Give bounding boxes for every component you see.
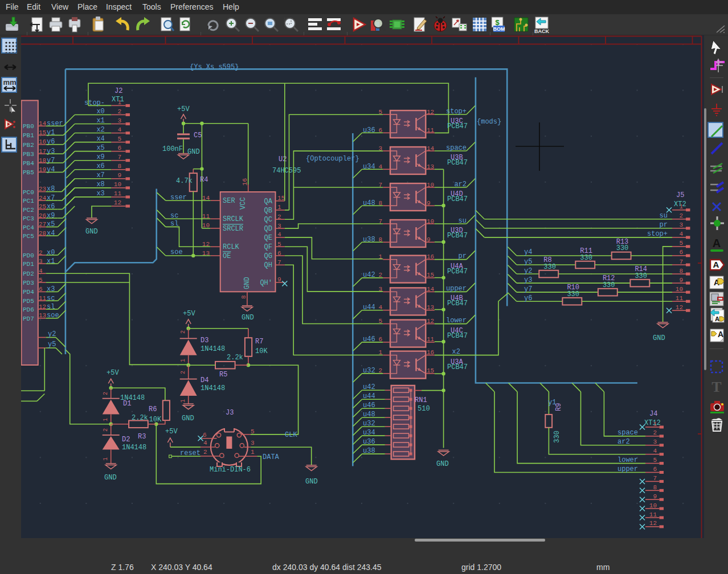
svg-text:16: 16 — [427, 253, 434, 260]
svg-text:10K: 10K — [149, 416, 162, 424]
svg-text:9: 9 — [117, 172, 121, 179]
svg-text:PCB47: PCB47 — [447, 122, 468, 130]
svg-text:7: 7 — [378, 218, 382, 225]
svg-text:sser: sser — [170, 194, 187, 202]
svg-text:17: 17 — [39, 148, 46, 155]
svg-text:15: 15 — [427, 272, 434, 278]
svg-text:y6: y6 — [524, 294, 532, 302]
svg-text:J2: J2 — [114, 87, 122, 95]
svg-text:1: 1 — [277, 204, 281, 211]
svg-text:A: A — [713, 237, 721, 249]
svg-text:space: space — [446, 144, 467, 152]
svg-text:2: 2 — [277, 214, 281, 220]
svg-text:GND: GND — [653, 334, 665, 342]
svg-text:1: 1 — [103, 418, 109, 421]
svg-text:space: space — [617, 429, 638, 437]
svg-text:2: 2 — [117, 108, 121, 115]
svg-text:2: 2 — [203, 449, 207, 456]
svg-text:QG: QG — [264, 252, 272, 260]
svg-text:10: 10 — [427, 182, 434, 188]
svg-text:QF: QF — [264, 243, 272, 251]
svg-text:11: 11 — [676, 295, 684, 302]
svg-text:15: 15 — [39, 129, 46, 136]
svg-text:11: 11 — [649, 511, 657, 518]
svg-text:y3: y3 — [524, 276, 532, 284]
svg-text:2: 2 — [180, 330, 186, 334]
svg-text:13: 13 — [39, 312, 46, 319]
svg-text:+5V: +5V — [183, 310, 195, 318]
svg-text:23: 23 — [39, 186, 46, 192]
svg-text:u42: u42 — [363, 383, 375, 391]
svg-text:4: 4 — [203, 440, 207, 446]
svg-text:pr: pr — [459, 252, 467, 260]
svg-text:PD2: PD2 — [23, 270, 34, 277]
svg-text:PCB47: PCB47 — [447, 159, 468, 167]
svg-text:R6: R6 — [149, 405, 157, 413]
svg-text:PD5: PD5 — [23, 298, 34, 305]
svg-text:6: 6 — [203, 432, 207, 438]
svg-text:{mods}: {mods} — [477, 118, 501, 126]
svg-text:GND: GND — [104, 474, 117, 482]
svg-text:15: 15 — [427, 367, 434, 374]
svg-text:x5: x5 — [96, 144, 104, 152]
svg-text:y5: y5 — [48, 341, 56, 348]
svg-text:PB1: PB1 — [23, 132, 34, 139]
svg-text:{Ys Xs s595}: {Ys Xs s595} — [190, 63, 239, 71]
svg-text:7: 7 — [277, 259, 281, 266]
svg-text:PB4: PB4 — [23, 160, 34, 167]
svg-text:x3: x3 — [96, 190, 104, 198]
svg-text:PCB47: PCB47 — [447, 363, 468, 371]
svg-text:3: 3 — [378, 286, 382, 293]
svg-text:R7: R7 — [255, 338, 263, 346]
svg-text:PD7: PD7 — [23, 315, 34, 322]
svg-text:GND: GND — [187, 148, 200, 156]
svg-text:u32: u32 — [363, 420, 375, 428]
svg-text:4: 4 — [117, 126, 121, 133]
svg-text:9: 9 — [679, 277, 683, 284]
svg-text:11: 11 — [427, 336, 435, 343]
svg-text:QH': QH' — [260, 279, 272, 287]
svg-text:D1: D1 — [123, 400, 131, 408]
svg-text:13: 13 — [427, 304, 434, 311]
svg-text:1: 1 — [378, 349, 382, 356]
svg-text:stop+: stop+ — [647, 230, 668, 238]
svg-text:A: A — [718, 330, 723, 339]
svg-text:PCB47: PCB47 — [447, 195, 468, 203]
svg-text:XT2: XT2 — [674, 200, 686, 208]
svg-text:+5V: +5V — [177, 105, 190, 113]
svg-text:2: 2 — [653, 429, 657, 436]
svg-text:y7: y7 — [524, 285, 532, 293]
svg-text:ar2: ar2 — [454, 181, 467, 188]
svg-text:R4: R4 — [200, 176, 208, 184]
svg-text:x6: x6 — [96, 162, 104, 170]
svg-text:upper: upper — [617, 465, 638, 473]
svg-text:su: su — [660, 212, 668, 220]
svg-text:2.2k: 2.2k — [227, 354, 243, 362]
svg-text:14: 14 — [39, 120, 47, 127]
svg-text:+5V: +5V — [107, 369, 119, 377]
svg-text:19: 19 — [39, 166, 46, 173]
svg-text:GND: GND — [305, 478, 318, 486]
svg-text:SRCLR: SRCLR — [223, 225, 243, 233]
svg-text:PC5: PC5 — [23, 233, 34, 240]
svg-text:12: 12 — [676, 304, 683, 311]
svg-text:5: 5 — [378, 109, 382, 116]
svg-text:u44: u44 — [363, 392, 375, 400]
svg-text:PCB47: PCB47 — [447, 300, 468, 308]
svg-text:pr: pr — [660, 221, 668, 229]
svg-text:PCB47: PCB47 — [447, 232, 468, 240]
svg-text:510: 510 — [418, 405, 430, 413]
svg-text:6: 6 — [653, 466, 657, 473]
svg-text:BACK: BACK — [534, 28, 549, 34]
svg-text:8: 8 — [240, 295, 247, 299]
svg-text:1N4148: 1N4148 — [201, 345, 225, 353]
svg-text:5: 5 — [117, 136, 121, 142]
svg-text:SRCLK: SRCLK — [223, 215, 244, 223]
svg-text:1: 1 — [653, 421, 657, 428]
svg-text:3: 3 — [117, 117, 121, 124]
svg-text:A: A — [715, 315, 719, 322]
svg-text:4: 4 — [653, 448, 657, 454]
svg-text:reset: reset — [180, 449, 201, 457]
svg-text:ar2: ar2 — [617, 438, 630, 446]
svg-text:8: 8 — [679, 268, 683, 274]
